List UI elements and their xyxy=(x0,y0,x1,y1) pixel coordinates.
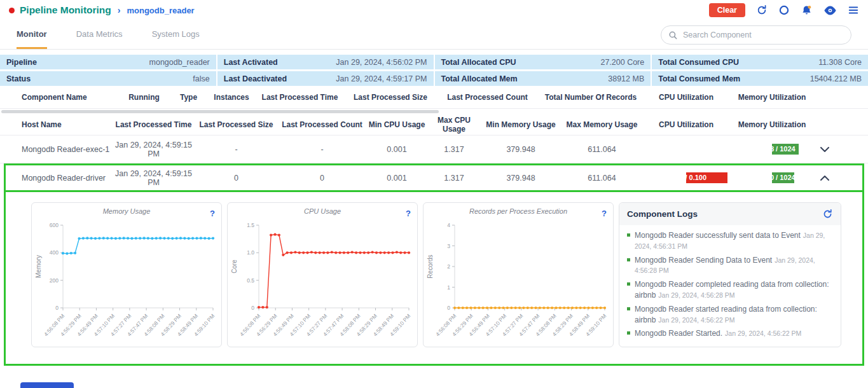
column-header: Host Name xyxy=(22,120,111,129)
summary-label: Status xyxy=(6,74,31,83)
column-header: Type xyxy=(171,93,206,102)
pipeline-summary: Pipelinemongodb_reader Last ActivatedJan… xyxy=(0,55,868,86)
table-row-driver[interactable]: Mongodb Reader-driver Jan 29, 2024, 4:59… xyxy=(6,165,862,192)
svg-text:0: 0 xyxy=(251,305,254,311)
memory-usage-chart: Memory Usage ? 02004006004:56:08 PM4:56:… xyxy=(31,202,222,347)
min-cpu-usage: 0.001 xyxy=(368,174,425,183)
topbar-actions: Clear xyxy=(709,3,859,17)
column-header: Max Memory Usage xyxy=(559,120,645,129)
summary-cell-last-deactivated: Last DeactivatedJan 29, 2024, 4:59:17 PM xyxy=(217,71,434,86)
last-processed-count: - xyxy=(276,145,368,154)
column-header: Component Name xyxy=(22,93,117,102)
column-header: Last Processed Time xyxy=(257,93,343,102)
svg-text:1.0: 1.0 xyxy=(247,249,254,256)
tab-data-metrics[interactable]: Data Metrics xyxy=(76,20,123,49)
column-header: CPU Utilization xyxy=(645,120,727,129)
max-cpu-usage: 1.317 xyxy=(425,145,483,154)
last-processed-size: 0 xyxy=(196,174,276,183)
help-icon[interactable]: ? xyxy=(602,209,607,218)
notifications-bell-icon[interactable] xyxy=(801,4,813,17)
tab-monitor[interactable]: Monitor xyxy=(17,20,47,49)
summary-label: Total Consumed Mem xyxy=(658,74,740,83)
tab-system-logs[interactable]: System Logs xyxy=(152,20,200,49)
chart-title: CPU Usage xyxy=(228,207,417,215)
memory-utilization-badge: 515.840 / 1024 xyxy=(727,172,816,183)
table-row-exec-1[interactable]: Mongodb Reader-exec-1 Jan 29, 2024, 4:59… xyxy=(0,135,868,163)
min-cpu-usage: 0.001 xyxy=(368,145,425,154)
last-processed-count: 0 xyxy=(276,174,368,183)
max-memory-usage: 611.064 xyxy=(559,145,645,154)
svg-text:Memory: Memory xyxy=(35,255,42,278)
summary-value: 11.308 Core xyxy=(818,58,862,67)
svg-text:200: 200 xyxy=(50,277,59,284)
svg-text:Core: Core xyxy=(231,260,238,274)
column-header: Memory Utilization xyxy=(727,120,816,129)
summary-value: false xyxy=(193,74,209,83)
summary-label: Total Allocated CPU xyxy=(441,58,516,67)
chart-canvas: 012344:56:08 PM4:56:29 PM4:56:49 PM4:57:… xyxy=(425,218,611,342)
summary-label: Total Allocated Mem xyxy=(441,74,518,83)
records-per-execution-chart: Records per Process Execution ? 012344:5… xyxy=(423,202,614,347)
svg-text:600: 600 xyxy=(50,222,59,228)
column-header: Total Number Of Records xyxy=(537,93,645,102)
summary-label: Total Consumed CPU xyxy=(658,58,739,67)
summary-cell-pipeline: Pipelinemongodb_reader xyxy=(0,55,216,69)
svg-text:2: 2 xyxy=(447,263,450,270)
min-memory-usage: 379.948 xyxy=(483,145,559,154)
svg-text:1.5: 1.5 xyxy=(247,222,254,228)
summary-cell-total-consumed-mem: Total Consumed Mem15404.212 MB xyxy=(652,71,868,86)
summary-cell-last-activated: Last ActivatedJan 29, 2024, 4:56:02 PM xyxy=(217,55,434,69)
search-input[interactable] xyxy=(661,25,851,45)
svg-text:0.5: 0.5 xyxy=(247,277,254,284)
column-header: Last Processed Size xyxy=(343,93,438,102)
bottom-scroll-indicator[interactable] xyxy=(20,382,74,388)
expand-row-button[interactable] xyxy=(816,141,833,158)
column-header: Running xyxy=(117,93,171,102)
summary-label: Last Deactivated xyxy=(224,74,287,83)
highlighted-region: Mongodb Reader-driver Jan 29, 2024, 4:59… xyxy=(4,163,864,366)
refresh-icon[interactable] xyxy=(756,4,768,16)
column-header: Memory Utilization xyxy=(727,93,816,102)
clear-button[interactable]: Clear xyxy=(709,3,745,17)
svg-text:4: 4 xyxy=(447,222,450,228)
summary-cell-total-consumed-cpu: Total Consumed CPU11.308 Core xyxy=(652,55,868,69)
menu-list-icon[interactable] xyxy=(848,5,859,15)
svg-text:Records: Records xyxy=(427,254,434,278)
column-header: CPU Utilization xyxy=(645,93,727,102)
min-memory-usage: 379.948 xyxy=(483,174,559,183)
status-ring-icon[interactable] xyxy=(778,4,790,16)
breadcrumb-chevron-icon: › xyxy=(118,5,121,15)
visibility-eye-icon[interactable] xyxy=(823,6,837,15)
logs-refresh-icon[interactable] xyxy=(822,209,833,219)
page-title: Pipeline Monitoring xyxy=(20,4,111,16)
top-bar: Pipeline Monitoring › mongodb_reader Cle… xyxy=(0,0,868,20)
host-table-header: Host Name Last Processed Time Last Proce… xyxy=(0,114,868,135)
cpu-usage-chart: CPU Usage ? 00.51.01.54:56:08 PM4:56:29 … xyxy=(227,202,418,347)
help-icon[interactable]: ? xyxy=(406,209,411,218)
component-logs-panel: Component Logs Mongodb Reader successful… xyxy=(619,202,841,347)
svg-text:1: 1 xyxy=(447,284,450,291)
log-entry: Mongodb Reader successfully sent data to… xyxy=(627,230,833,252)
component-table-header: Component Name Running Type Instances La… xyxy=(0,86,868,109)
log-entry: Mongodb Reader completed reading data fr… xyxy=(627,279,833,301)
search-icon xyxy=(668,31,678,40)
tab-bar: Monitor Data Metrics System Logs xyxy=(0,20,868,50)
column-header: Last Processed Count xyxy=(438,93,537,102)
help-icon[interactable]: ? xyxy=(210,209,215,218)
cpu-utilization-badge: 1.003 / 0.100 xyxy=(645,172,727,183)
summary-value: Jan 29, 2024, 4:56:02 PM xyxy=(336,58,427,67)
column-header: Instances xyxy=(206,93,257,102)
summary-label: Last Activated xyxy=(224,58,278,67)
breadcrumb[interactable]: mongodb_reader xyxy=(127,6,194,15)
svg-text:3: 3 xyxy=(447,243,450,249)
collapse-row-button[interactable] xyxy=(816,170,833,186)
horizontal-scrollbar[interactable] xyxy=(1,110,439,113)
svg-text:0: 0 xyxy=(447,305,450,311)
status-dot xyxy=(9,8,15,13)
column-header: Last Processed Count xyxy=(276,120,368,129)
summary-cell-status: Statusfalse xyxy=(0,71,216,86)
last-processed-time: Jan 29, 2024, 4:59:15 PM xyxy=(111,141,196,158)
summary-value: 38912 MB xyxy=(608,74,644,83)
last-processed-size: - xyxy=(196,145,276,154)
column-header: Last Processed Size xyxy=(196,120,276,129)
